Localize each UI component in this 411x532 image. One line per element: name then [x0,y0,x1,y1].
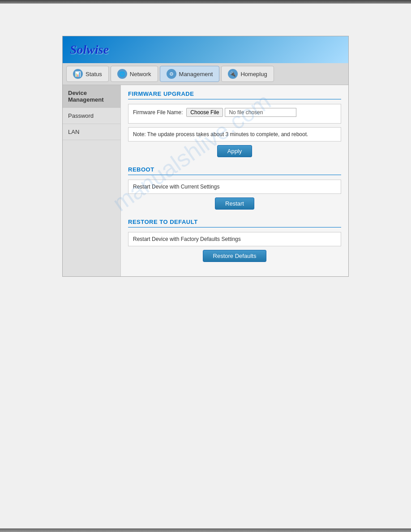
header: Solwise [63,36,348,63]
reboot-description: Restart Device with Current Settings [133,184,219,190]
choose-file-button[interactable]: Choose File [186,108,223,117]
reboot-title: REBOOT [128,166,341,175]
file-input-wrapper: Choose File No file chosen [186,108,296,117]
apply-button[interactable]: Apply [217,145,253,157]
restore-description-box: Restart Device with Factory Defaults Set… [128,232,341,246]
bottom-bar [0,528,411,532]
restore-defaults-button[interactable]: Restore Defaults [203,250,267,262]
tab-status[interactable]: 📊 Status [66,66,109,82]
firmware-note-box: Note: The update process takes about 3 m… [128,127,341,142]
sidebar-item-password[interactable]: Password [63,108,120,124]
top-bar [0,0,411,4]
firmware-upgrade-title: FIRMWARE UPGRADE [128,90,341,99]
homeplug-icon: 🔌 [228,69,238,79]
management-icon: ⚙ [167,69,176,79]
tab-network[interactable]: 🌐 Network [111,66,158,82]
firmware-file-label: Firmware File Name: [133,109,183,116]
status-icon: 📊 [73,69,83,79]
restore-description: Restart Device with Factory Defaults Set… [133,236,241,242]
firmware-upgrade-section: FIRMWARE UPGRADE Firmware File Name: Cho… [128,90,341,157]
tab-homeplug[interactable]: 🔌 Homeplug [221,66,274,82]
tab-management[interactable]: ⚙ Management [160,66,220,82]
main-content: FIRMWARE UPGRADE Firmware File Name: Cho… [121,85,348,276]
tab-status-label: Status [86,71,102,77]
file-name-display: No file chosen [225,108,296,117]
sidebar-item-device-management[interactable]: Device Management [63,85,120,108]
network-icon: 🌐 [117,69,127,79]
logo: Solwise [70,43,109,57]
restore-btn-row: Restore Defaults [128,250,341,262]
reboot-section: REBOOT Restart Device with Current Setti… [128,166,341,210]
content-area: manualshlive.com Device Management Passw… [63,85,348,276]
nav-bar: 📊 Status 🌐 Network ⚙ Management 🔌 Homepl… [63,63,348,85]
firmware-file-row: Firmware File Name: Choose File No file … [133,108,336,117]
restart-button[interactable]: Restart [215,197,254,210]
tab-homeplug-label: Homeplug [240,71,267,77]
reboot-description-box: Restart Device with Current Settings [128,180,341,194]
restore-default-title: RESTORE TO DEFAULT [128,219,341,227]
firmware-note-text: Note: The update process takes about 3 m… [133,131,308,137]
restore-default-section: RESTORE TO DEFAULT Restart Device with F… [128,219,341,262]
restart-btn-row: Restart [128,197,341,210]
sidebar-item-lan[interactable]: LAN [63,124,120,140]
firmware-file-box: Firmware File Name: Choose File No file … [128,104,341,124]
sidebar: Device Management Password LAN [63,85,121,276]
apply-btn-row: Apply [128,145,341,157]
tab-network-label: Network [130,71,151,77]
tab-management-label: Management [179,71,213,77]
